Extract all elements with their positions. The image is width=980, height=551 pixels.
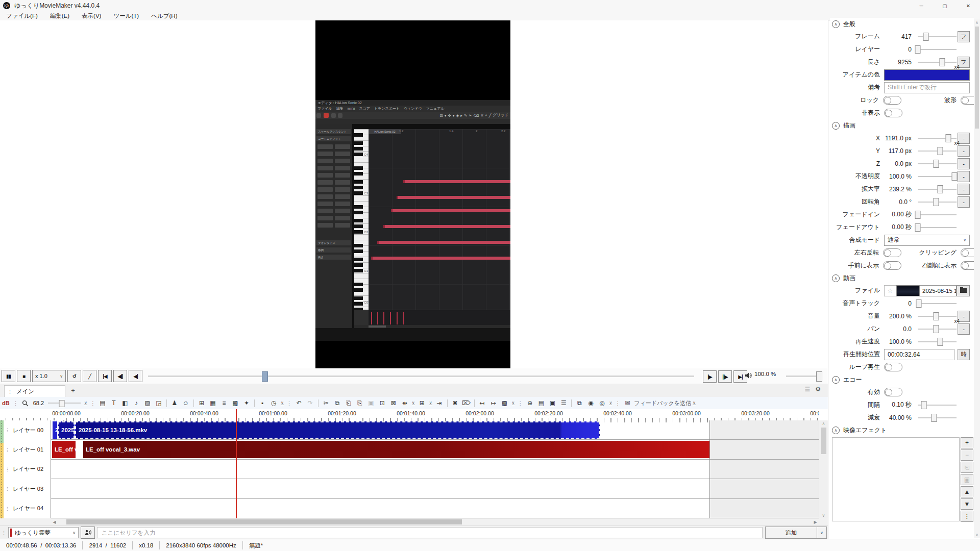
timeline-area[interactable]: 00:00:00.0000:00:20.0000:00:40.0000:01:0… (0, 409, 828, 525)
playhead[interactable] (236, 409, 237, 518)
screenshot-icon[interactable]: ◉ (585, 398, 596, 408)
effect-save-button[interactable]: ▣ (961, 474, 973, 485)
jump-start-button[interactable]: |◀ (98, 370, 112, 382)
slider-thumb[interactable] (937, 185, 943, 193)
frame-expand-button[interactable]: フ (958, 31, 970, 42)
echo-interval-slider[interactable] (917, 400, 958, 410)
audio-track-slider[interactable] (917, 299, 958, 308)
clip-mkv-fragment-2[interactable]: 2025 (58, 421, 75, 439)
add-audio-icon[interactable]: ♪ (131, 398, 141, 408)
collapse-icon[interactable]: ∧ (832, 274, 840, 282)
volume-slider[interactable] (786, 371, 821, 381)
opacity-anim-button[interactable]: - (958, 171, 970, 182)
volume-slider[interactable]: x4 (917, 312, 958, 321)
add-more-dropdown[interactable]: ∨ (281, 401, 284, 405)
paste-icon[interactable]: ⎗ (344, 398, 354, 408)
lock-toggle[interactable] (883, 96, 901, 105)
effect-remove-button[interactable]: − (961, 449, 973, 461)
serif-text-input[interactable]: ここにセリフを入力 (97, 527, 763, 538)
add-solid-icon[interactable]: ▪ (257, 398, 267, 408)
drag-handle-icon[interactable]: ⋮ (5, 428, 10, 433)
scroll-up-icon[interactable]: ∧ (819, 420, 828, 427)
clip-mkv-main[interactable]: 2025-08-15 13-18-56.mkv (75, 421, 600, 439)
favorite-star-icon[interactable]: ☆ (884, 285, 896, 296)
slider-thumb[interactable] (937, 338, 943, 346)
paste-at-playhead-icon[interactable]: ⎘ (355, 398, 365, 408)
effect-move-up-button[interactable]: ▲ (961, 486, 973, 497)
drag-handle-icon[interactable]: ⋮ (5, 506, 10, 511)
timeline-vertical-scrollbar[interactable]: ∧ ∨ (819, 420, 828, 518)
video-file-select[interactable]: 2025-08-15 1∨ (920, 285, 957, 296)
remarks-input[interactable]: Shift+Enterで改行 (884, 82, 970, 93)
slider-thumb[interactable] (937, 147, 943, 155)
collapse-icon[interactable]: ∧ (832, 376, 840, 384)
drag-handle-icon[interactable]: ⋮ (5, 486, 10, 491)
add-effect-icon[interactable]: ✦ (241, 398, 252, 408)
z-slider[interactable] (917, 159, 958, 168)
scroll-down-icon[interactable]: ∨ (974, 532, 980, 538)
prev-frame-button[interactable]: ◀|| (113, 370, 127, 382)
seek-thumb[interactable] (262, 371, 268, 382)
layer-track[interactable] (0, 499, 819, 518)
collapse-icon[interactable]: ∧ (832, 427, 840, 434)
effect-move-down-button[interactable]: ▼ (961, 498, 973, 510)
character-select[interactable]: ゆっくり霊夢 ∨ (8, 527, 79, 538)
vertical-scroll-thumb[interactable] (821, 428, 826, 454)
collapse-icon[interactable]: ∧ (832, 122, 840, 130)
step-back-button[interactable]: ◀| (129, 370, 142, 382)
slider-thumb[interactable] (915, 223, 920, 232)
fade-in-slider[interactable] (917, 210, 958, 219)
mixer-icon[interactable]: ☰ (558, 398, 569, 408)
volume-thumb[interactable] (816, 371, 822, 382)
collapse-icon[interactable]: ∧ (832, 20, 840, 28)
zoom-options-dropdown[interactable]: ∨ (84, 401, 87, 405)
x-slider[interactable]: x4 (917, 134, 958, 143)
speaker-icon[interactable] (744, 371, 752, 380)
scale-anim-button[interactable]: - (958, 184, 970, 195)
layer-header[interactable]: ⋮レイヤー 01 (0, 440, 51, 459)
add-group-icon[interactable]: ⊞ (197, 398, 207, 408)
menu-item[interactable]: ヘルプ(H) (145, 12, 183, 20)
scale-slider[interactable] (917, 185, 958, 194)
maximize-button[interactable]: ▢ (933, 0, 957, 11)
add-text-icon[interactable]: T (109, 398, 119, 408)
slider-thumb[interactable] (923, 33, 929, 41)
delete-icon[interactable]: ✖ (450, 398, 460, 408)
copy-icon[interactable]: ⧉ (332, 398, 342, 408)
timeline-settings-icon[interactable]: ⚙ (815, 386, 821, 393)
panel-scroll-thumb[interactable] (975, 27, 979, 129)
drag-handle-icon[interactable]: ⋮ (90, 400, 95, 406)
slider-thumb[interactable] (933, 198, 939, 206)
ripple-delete-icon[interactable]: ⌦ (461, 398, 472, 408)
timeline-zoom-slider[interactable] (48, 399, 81, 407)
playback-start-input[interactable]: 00:00:32.64 (884, 349, 954, 360)
slider-thumb[interactable] (931, 414, 937, 422)
drag-handle-icon[interactable]: ⋮ (2, 530, 6, 535)
drag-handle-icon[interactable]: ⋮ (615, 400, 620, 406)
layer-header[interactable]: ⋮レイヤー 03 (0, 479, 51, 498)
playback-speed-select[interactable]: x 1.0 ∨ (32, 370, 66, 382)
feedback-label[interactable]: フィードバックを送信 (634, 399, 691, 407)
add-image-set-icon[interactable]: ▩ (230, 398, 240, 408)
grid-options-dropdown[interactable]: ∨ (429, 401, 432, 405)
slider-thumb[interactable] (933, 160, 939, 168)
split-item-icon[interactable]: ⇹ (400, 398, 410, 408)
scroll-right-icon[interactable]: ▶ (812, 519, 819, 525)
timeline-list-icon[interactable]: ☰ (804, 386, 810, 393)
effects-list[interactable] (832, 437, 960, 521)
seek-slider[interactable] (148, 371, 694, 381)
align-items-icon[interactable]: ⇥ (434, 398, 445, 408)
layer-track[interactable] (0, 460, 819, 479)
echo-enabled-toggle[interactable] (884, 388, 902, 396)
feedback-options-dropdown[interactable]: ∨ (693, 401, 696, 405)
show-front-toggle[interactable] (883, 261, 901, 270)
z-anim-button[interactable]: - (958, 158, 970, 169)
frame-adjust-icon[interactable]: ▩ (500, 398, 510, 408)
add-tab-button[interactable]: + (68, 387, 78, 396)
effect-paste-button[interactable]: ⎗ (961, 462, 973, 473)
open-folder-icon[interactable]: ▤ (536, 398, 546, 408)
menu-item[interactable]: ツール(T) (107, 12, 145, 20)
open-file-button[interactable] (957, 285, 970, 296)
fade-out-slider[interactable] (917, 223, 958, 232)
add-serif-button[interactable]: 追加 (765, 527, 817, 539)
